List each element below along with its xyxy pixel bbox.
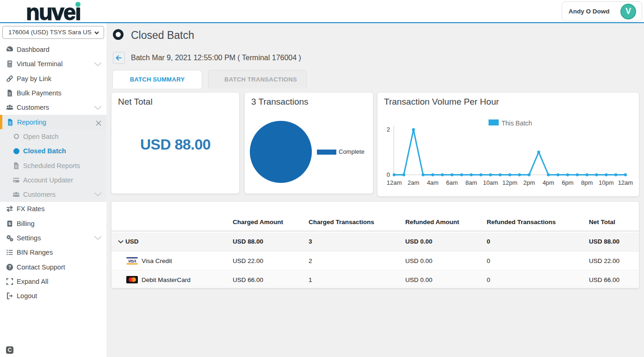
svg-text:10pm: 10pm [599, 179, 614, 186]
svg-text:VISA: VISA [128, 259, 136, 263]
svg-text:12am: 12am [387, 179, 402, 186]
svg-text:4am: 4am [427, 179, 439, 186]
svg-text:?: ? [8, 264, 11, 269]
svg-text:12pm: 12pm [502, 179, 518, 186]
svg-text:0: 0 [387, 171, 390, 178]
svg-text:8pm: 8pm [581, 179, 593, 186]
svg-text:6pm: 6pm [562, 179, 573, 186]
svg-text:6am: 6am [446, 179, 458, 186]
svg-text:12am: 12am [618, 179, 633, 186]
svg-text:2pm: 2pm [523, 179, 535, 186]
svg-text:8am: 8am [465, 179, 477, 186]
svg-text:10am: 10am [483, 179, 498, 186]
svg-text:2am: 2am [408, 179, 419, 186]
svg-text:$: $ [8, 221, 11, 226]
svg-text:4pm: 4pm [543, 179, 554, 186]
svg-text:2: 2 [387, 126, 390, 133]
